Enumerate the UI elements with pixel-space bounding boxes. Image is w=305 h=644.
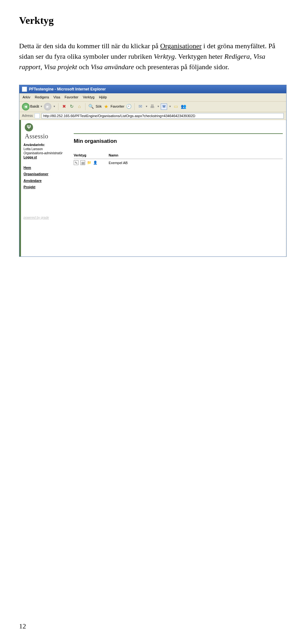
ie-addressbar: Adress xyxy=(19,112,286,120)
page-number: 12 xyxy=(19,621,26,631)
dropdown-icon: ▼ xyxy=(145,105,148,109)
col-tools-header: Verktyg xyxy=(74,153,109,158)
col-name-header: Namn xyxy=(109,153,283,158)
mail-icon[interactable]: ✉ xyxy=(137,103,144,110)
nav-organisationer[interactable]: Organisationer xyxy=(24,171,71,177)
link-organisationer: Organisationer xyxy=(160,42,201,50)
menu-hjalp[interactable]: Hjälp xyxy=(99,95,107,100)
nav-projekt[interactable]: Projekt xyxy=(24,184,71,190)
menu-verktyg[interactable]: Verktyg xyxy=(83,95,95,100)
doc-heading: Verktyg xyxy=(19,13,286,28)
logo-icon: Ψ xyxy=(25,123,33,131)
user-info: Användarinfo: Lotta Larsson Organisation… xyxy=(24,143,71,159)
table-row: ✎ ▤ 📁 👤 Exempel AB xyxy=(74,159,283,166)
main-content: Min organisation Verktyg Namn ✎ ▤ 📁 👤 Ex… xyxy=(74,120,286,256)
tool-icons: ✎ ▤ 📁 👤 xyxy=(74,160,109,165)
back-arrow-icon: ◄ xyxy=(22,103,30,110)
table-header: Verktyg Namn xyxy=(74,153,283,159)
back-button[interactable]: ◄ Bakåt ▼ xyxy=(22,103,43,110)
messenger-icon[interactable]: 👥 xyxy=(180,103,186,110)
dropdown-icon: ▼ xyxy=(157,105,159,109)
user-role: Organisations-administratör xyxy=(24,151,71,155)
report-icon[interactable]: ▤ xyxy=(80,160,85,165)
dropdown-icon: ▼ xyxy=(40,105,43,109)
doc-text: . Verktygen heter xyxy=(175,52,224,60)
forward-button[interactable]: ► xyxy=(44,103,51,110)
edit-icon[interactable]: ✎ xyxy=(74,160,78,165)
back-label: Bakåt xyxy=(30,104,39,109)
powered-by: powered by grade xyxy=(24,215,71,220)
userinfo-label: Användarinfo: xyxy=(24,143,71,147)
user-name: Lotta Larsson xyxy=(24,147,71,151)
favorites-label[interactable]: Favoriter xyxy=(111,104,124,109)
logo: Ψ Assessio xyxy=(24,123,71,141)
nav-links: Hem Organisationer Användare Projekt xyxy=(24,165,71,190)
ie-menubar[interactable]: Arkiv Redigera Visa Favoriter Verktyg Hj… xyxy=(19,93,286,102)
note-icon[interactable]: ▭ xyxy=(173,103,179,110)
org-name: Exempel AB xyxy=(109,160,283,166)
doc-paragraph: Detta är den sida du kommer till när du … xyxy=(19,41,286,72)
page-icon xyxy=(22,87,27,92)
sidebar: Ψ Assessio Användarinfo: Lotta Larsson O… xyxy=(21,120,74,256)
org-table: Verktyg Namn ✎ ▤ 📁 👤 Exempel AB xyxy=(74,153,283,165)
doc-italic: Verktyg xyxy=(154,52,175,60)
address-input[interactable] xyxy=(42,113,284,119)
word-icon[interactable]: W xyxy=(161,103,167,110)
home-icon[interactable]: ⌂ xyxy=(76,103,83,110)
history-icon[interactable]: 🕘 xyxy=(125,103,132,110)
menu-redigera[interactable]: Redigera xyxy=(35,95,49,100)
page-icon xyxy=(35,113,40,118)
separator xyxy=(85,103,85,110)
separator xyxy=(58,103,58,110)
nav-anvandare[interactable]: Användare xyxy=(24,178,71,183)
refresh-icon[interactable]: ↻ xyxy=(69,103,75,110)
logout-link[interactable]: Logga ut xyxy=(24,155,71,159)
address-label: Adress xyxy=(22,113,33,118)
window-title: PFTestengine - Microsoft Internet Explor… xyxy=(29,86,106,92)
stop-icon[interactable]: ✖ xyxy=(61,103,67,110)
print-icon[interactable]: 🖶 xyxy=(149,103,155,110)
search-label[interactable]: Sök xyxy=(96,104,102,109)
ie-toolbar: ◄ Bakåt ▼ ► ▼ ✖ ↻ ⌂ 🔍 Sök ★ Favoriter 🕘 … xyxy=(19,102,286,112)
dropdown-icon: ▼ xyxy=(169,105,171,109)
separator xyxy=(134,103,135,110)
doc-italic: Visa användare xyxy=(91,63,134,71)
ie-titlebar: PFTestengine - Microsoft Internet Explor… xyxy=(19,85,286,93)
doc-text: och presenteras på följande sidor. xyxy=(134,63,229,71)
doc-text: Detta är den sida du kommer till när du … xyxy=(19,42,160,50)
menu-visa[interactable]: Visa xyxy=(53,95,60,100)
ie-window: PFTestengine - Microsoft Internet Explor… xyxy=(19,85,287,257)
doc-text: och xyxy=(77,63,91,71)
folder-icon[interactable]: 📁 xyxy=(87,160,91,164)
nav-hem[interactable]: Hem xyxy=(24,165,71,170)
search-icon[interactable]: 🔍 xyxy=(88,103,94,110)
page-heading: Min organisation xyxy=(74,134,283,147)
logo-text: Assessio xyxy=(25,131,71,141)
favorites-icon[interactable]: ★ xyxy=(103,103,109,110)
menu-favoriter[interactable]: Favoriter xyxy=(64,95,78,100)
page-content: Ψ Assessio Användarinfo: Lotta Larsson O… xyxy=(19,120,286,256)
user-icon[interactable]: 👤 xyxy=(93,160,97,164)
dropdown-icon: ▼ xyxy=(53,105,56,109)
menu-arkiv[interactable]: Arkiv xyxy=(23,95,30,100)
